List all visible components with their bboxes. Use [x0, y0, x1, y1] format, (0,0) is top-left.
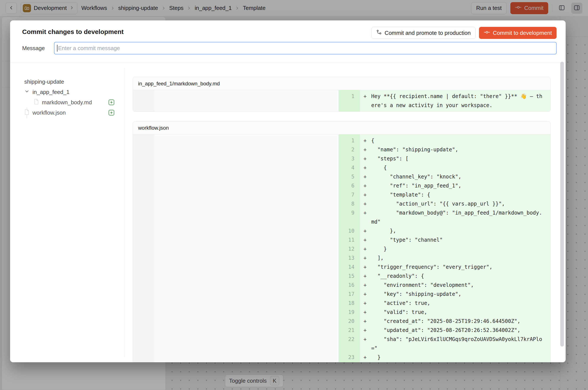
diff-code-text: "key": "shipping-update",	[371, 290, 550, 299]
diff-code-text: "sha": "pJeLVir6xIlUCMGqs9qroZoUAVDSwA0y…	[371, 335, 550, 353]
commit-message-input[interactable]: Enter a commit message	[54, 42, 557, 54]
diff-plus-sign: +	[360, 226, 371, 236]
old-content	[155, 326, 338, 335]
diff-code-text: Hey **{{ recipient.name | default: "ther…	[371, 92, 550, 110]
old-content	[155, 154, 338, 163]
old-gutter	[133, 353, 155, 362]
old-gutter	[133, 145, 155, 154]
new-content: + "ref": "in_app_feed_1",	[360, 181, 550, 190]
tree-root-label: shipping-update	[24, 79, 64, 85]
old-gutter	[133, 317, 155, 326]
line-number: 12	[338, 244, 360, 253]
diff-cell	[155, 134, 338, 136]
diff-cell	[133, 90, 155, 92]
old-gutter	[133, 262, 155, 272]
tree-folder-in-app-feed[interactable]: in_app_feed_1	[24, 87, 115, 97]
old-gutter	[133, 163, 155, 172]
diff-plus-sign: +	[360, 262, 371, 272]
diff-code-text: "valid": true,	[371, 308, 550, 317]
diff-padding-row	[133, 90, 550, 92]
new-content: + "markdown_body@": "in_app_feed_1/markd…	[360, 208, 550, 226]
old-gutter	[133, 253, 155, 262]
new-content: + "steps": [	[360, 154, 550, 163]
line-number: 7	[338, 190, 360, 199]
old-content	[155, 299, 338, 308]
diff-plus-sign: +	[360, 308, 371, 317]
old-gutter	[133, 290, 155, 299]
new-content: + ],	[360, 253, 550, 262]
diff-plus-sign: +	[360, 236, 371, 244]
old-content	[155, 163, 338, 172]
modal-scrollbar[interactable]	[560, 62, 564, 346]
chevron-down-icon	[24, 89, 29, 96]
new-content: + "sha": "pJeLVir6xIlUCMGqs9qroZoUAVDSwA…	[360, 335, 550, 353]
diff-code-text: "environment": "development",	[371, 281, 550, 290]
line-number: 1	[338, 92, 360, 110]
new-content: + "updated_at": "2025-08-26T20:26:52.364…	[360, 326, 550, 335]
diff-line: 17+ "key": "shipping-update",	[133, 290, 550, 299]
line-number: 21	[338, 326, 360, 335]
line-number: 14	[338, 262, 360, 272]
diff-cell	[133, 110, 155, 112]
old-gutter	[133, 272, 155, 281]
diff-plus-sign: +	[360, 281, 371, 290]
diff-cell	[360, 90, 550, 92]
old-gutter	[133, 199, 155, 208]
commit-message-row: Message Enter a commit message	[22, 42, 557, 54]
diff-panels: in_app_feed_1/markdown_body.md 1+Hey **{…	[133, 77, 551, 362]
diff-padding-row	[133, 362, 550, 362]
commit-and-promote-button[interactable]: Commit and promote to production	[372, 27, 476, 39]
old-gutter	[133, 236, 155, 244]
diff-panel-workflow-json: workflow.json 1+{2+ "name": "shipping-up…	[133, 121, 551, 362]
diff-line: 9+ "markdown_body@": "in_app_feed_1/mark…	[133, 208, 550, 226]
old-gutter	[133, 244, 155, 253]
text-caret	[57, 45, 57, 51]
diff-code-text: "__readonly": {	[371, 272, 550, 281]
new-content: + "name": "shipping-update",	[360, 145, 550, 154]
old-gutter	[133, 335, 155, 353]
line-number: 8	[338, 199, 360, 208]
diff-line: 19+ "valid": true,	[133, 308, 550, 317]
line-number: 5	[338, 172, 360, 181]
line-number: 19	[338, 308, 360, 317]
diff-plus-sign: +	[360, 92, 371, 110]
diff-code-text: ],	[371, 253, 550, 262]
commit-changes-modal: Commit changes to development Commit and…	[10, 20, 566, 362]
tree-file-markdown-body[interactable]: markdown_body.md	[24, 97, 115, 107]
line-number: 22	[338, 335, 360, 353]
old-gutter	[133, 281, 155, 290]
old-gutter	[133, 299, 155, 308]
modal-body: shipping-update in_app_feed_1 markdown_b…	[10, 62, 566, 362]
old-content	[155, 244, 338, 253]
message-label: Message	[22, 45, 54, 51]
diff-line: 3+ "steps": [	[133, 154, 550, 163]
diff-line: 7+ "template": {	[133, 190, 550, 199]
new-content: + "created_at": "2025-08-25T19:29:46.644…	[360, 317, 550, 326]
new-content: + },	[360, 226, 550, 236]
diff-code-text: "steps": [	[371, 154, 550, 163]
commit-to-development-button[interactable]: Commit to development	[479, 27, 557, 39]
diff-plus-sign: +	[360, 145, 371, 154]
old-gutter	[133, 181, 155, 190]
diff-cell	[155, 90, 338, 92]
diff-line: 4+ {	[133, 163, 550, 172]
new-content: + }	[360, 353, 550, 362]
old-gutter	[133, 136, 155, 145]
old-content	[155, 290, 338, 299]
tree-file-workflow-json[interactable]: workflow.json	[24, 107, 115, 118]
diff-code-text: "updated_at": "2025-08-26T20:26:52.36400…	[371, 326, 550, 335]
new-content: + "type": "channel"	[360, 236, 550, 244]
diff-code-text: "channel_key": "knock",	[371, 172, 550, 181]
old-content	[155, 181, 338, 190]
line-number: 13	[338, 253, 360, 262]
line-number: 11	[338, 236, 360, 244]
modal-actions: Commit and promote to production Commit …	[372, 27, 557, 39]
diff-line: 12+ }	[133, 244, 550, 253]
old-content	[155, 353, 338, 362]
file-icon	[24, 109, 29, 116]
diff-code-text: "markdown_body@": "in_app_feed_1/markdow…	[371, 208, 550, 226]
diff-code-text: },	[371, 226, 550, 236]
diff-code-text: "name": "shipping-update",	[371, 145, 550, 154]
old-content	[155, 253, 338, 262]
old-content	[155, 199, 338, 208]
